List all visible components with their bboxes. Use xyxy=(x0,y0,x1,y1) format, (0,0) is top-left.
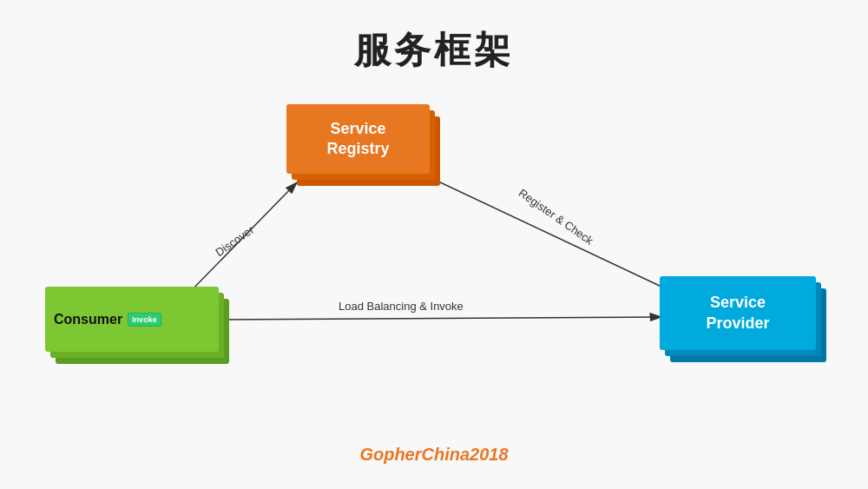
register-label: Register & Check xyxy=(516,186,595,247)
consumer-main: Consumer Invoke xyxy=(45,287,219,352)
main-container: 服务框架 Service Registry xyxy=(0,0,868,489)
svg-line-3 xyxy=(437,181,661,287)
provider-label: Service Provider xyxy=(706,293,769,334)
service-provider: Service Provider xyxy=(660,276,829,363)
registry-label: Service Registry xyxy=(326,119,389,160)
service-registry: Service Registry xyxy=(286,104,438,182)
discover-label: Discover xyxy=(213,223,256,259)
provider-main: Service Provider xyxy=(660,276,816,350)
svg-line-4 xyxy=(221,317,661,320)
consumer-tag: Invoke xyxy=(128,313,161,327)
invoke-label: Load Balancing & Invoke xyxy=(339,300,464,313)
registry-main: Service Registry xyxy=(286,104,430,174)
footer-text: GopherChina2018 xyxy=(0,445,868,465)
consumer: Consumer Invoke xyxy=(45,287,232,365)
page-title: 服务框架 xyxy=(0,26,868,75)
consumer-label: Consumer xyxy=(54,312,122,327)
